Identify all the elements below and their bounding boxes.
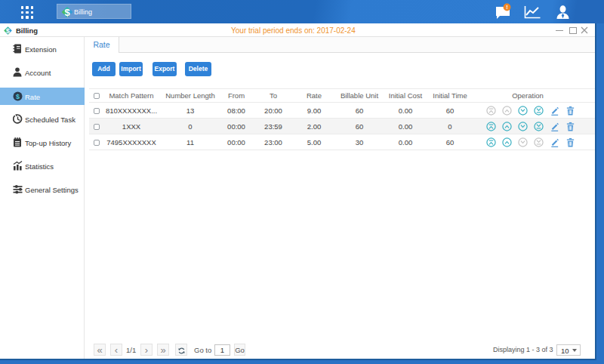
svg-text:!: ! — [506, 4, 508, 11]
svg-text:$: $ — [64, 7, 70, 18]
svg-text:$: $ — [15, 93, 19, 100]
